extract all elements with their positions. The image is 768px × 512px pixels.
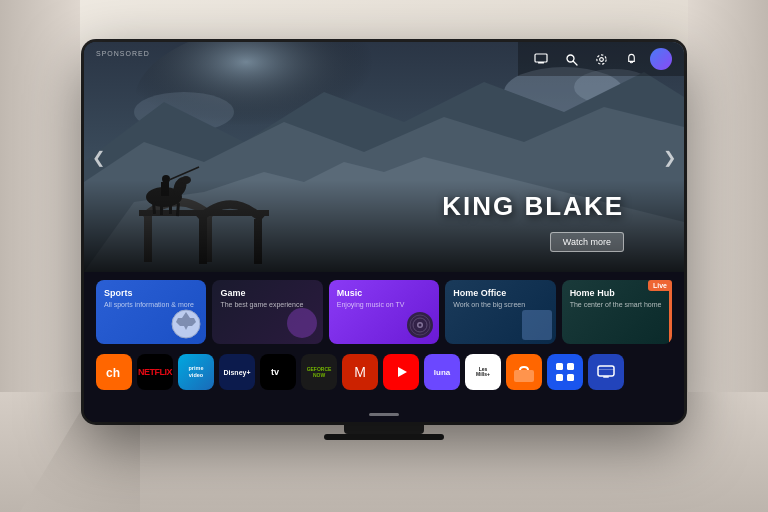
watch-more-button[interactable]: Watch more bbox=[550, 232, 624, 252]
app-geforce-icon[interactable]: GEFORCENOW bbox=[301, 354, 337, 390]
sports-title: Sports bbox=[104, 288, 198, 298]
tv-screen: SPONSORED KING BLAKE Watch more ❮ ❯ bbox=[84, 42, 684, 422]
app-apps-icon[interactable] bbox=[547, 354, 583, 390]
live-badge: Live bbox=[648, 280, 672, 291]
hero-title: KING BLAKE bbox=[442, 191, 624, 222]
home-office-desc: Work on the big screen bbox=[453, 300, 547, 309]
hero-nav-left[interactable]: ❮ bbox=[92, 148, 105, 167]
category-card-game[interactable]: Game The best game experience bbox=[212, 280, 322, 344]
music-desc: Enjoying music on TV bbox=[337, 300, 431, 309]
svg-rect-48 bbox=[603, 376, 609, 378]
tv-stand-base bbox=[324, 434, 444, 440]
content-area: Sports All sports information & more Gam… bbox=[84, 272, 684, 422]
category-card-sports[interactable]: Sports All sports information & more bbox=[96, 280, 206, 344]
svg-point-37 bbox=[419, 324, 422, 327]
svg-text:ch: ch bbox=[106, 366, 120, 380]
settings-icon[interactable] bbox=[590, 48, 612, 70]
svg-point-4 bbox=[599, 57, 603, 61]
apps-row: ch NETFLIX primevideo Disney+ bbox=[84, 350, 684, 398]
screen-icon[interactable] bbox=[530, 48, 552, 70]
app-disney-icon[interactable]: Disney+ bbox=[219, 354, 255, 390]
svg-rect-46 bbox=[567, 374, 574, 381]
bottom-indicator bbox=[369, 413, 399, 416]
notification-icon[interactable] bbox=[620, 48, 642, 70]
svg-line-3 bbox=[573, 61, 577, 65]
app-ch-icon[interactable]: ch bbox=[96, 354, 132, 390]
app-luna-icon[interactable]: luna bbox=[424, 354, 460, 390]
app-tv-control-icon[interactable] bbox=[588, 354, 624, 390]
tv-wrapper: SPONSORED KING BLAKE Watch more ❮ ❯ bbox=[80, 30, 688, 452]
app-shop-icon[interactable] bbox=[506, 354, 542, 390]
categories-row: Sports All sports information & more Gam… bbox=[84, 272, 684, 350]
user-avatar[interactable] bbox=[650, 48, 672, 70]
home-office-decoration bbox=[522, 310, 552, 340]
search-icon[interactable] bbox=[560, 48, 582, 70]
app-netflix-icon[interactable]: NETFLIX bbox=[137, 354, 173, 390]
svg-rect-44 bbox=[567, 363, 574, 370]
app-apple-icon[interactable]: tv bbox=[260, 354, 296, 390]
game-title: Game bbox=[220, 288, 314, 298]
svg-text:tv: tv bbox=[271, 367, 279, 377]
svg-rect-0 bbox=[535, 54, 547, 62]
svg-rect-45 bbox=[556, 374, 563, 381]
category-card-music[interactable]: Music Enjoying music on TV bbox=[329, 280, 439, 344]
app-lesmills-icon[interactable]: LesMills+ bbox=[465, 354, 501, 390]
hero-nav-right[interactable]: ❯ bbox=[663, 148, 676, 167]
sponsored-label: SPONSORED bbox=[96, 50, 150, 57]
home-office-title: Home Office bbox=[453, 288, 547, 298]
app-masterclass-icon[interactable]: M bbox=[342, 354, 378, 390]
home-hub-desc: The center of the smart home bbox=[570, 300, 664, 309]
category-card-home-office[interactable]: Home Office Work on the big screen bbox=[445, 280, 555, 344]
svg-rect-49 bbox=[598, 369, 614, 370]
svg-rect-1 bbox=[538, 62, 544, 64]
svg-point-5 bbox=[596, 54, 605, 63]
svg-point-2 bbox=[567, 55, 574, 62]
app-youtube-icon[interactable] bbox=[383, 354, 419, 390]
top-bar bbox=[518, 42, 684, 76]
game-decoration bbox=[287, 308, 317, 338]
music-title: Music bbox=[337, 288, 431, 298]
svg-rect-47 bbox=[598, 366, 614, 376]
app-prime-icon[interactable]: primevideo bbox=[178, 354, 214, 390]
svg-rect-42 bbox=[514, 370, 534, 382]
tv-stand bbox=[344, 422, 424, 434]
svg-rect-43 bbox=[556, 363, 563, 370]
hero-section: SPONSORED KING BLAKE Watch more ❮ ❯ bbox=[84, 42, 684, 272]
